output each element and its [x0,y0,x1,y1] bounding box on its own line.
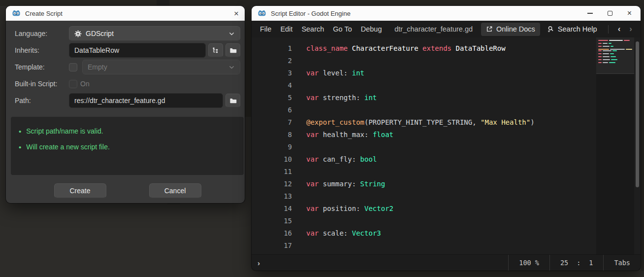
code-line[interactable]: 8var health_max: float [252,128,641,140]
dialog-body: Language: GDScript [6,21,245,198]
menu-file[interactable]: File [256,23,276,35]
language-dropdown[interactable]: GDScript [69,26,240,41]
code-line[interactable]: 3var level: int [252,67,641,79]
code-line[interactable]: 9 [252,140,641,153]
minimap-row [598,58,633,59]
search-help-button[interactable]: Search Help [542,23,602,36]
path-label: Path: [15,97,69,104]
language-row: Language: GDScript [15,26,240,41]
path-row: Path: [15,93,240,108]
line-number: 15 [252,217,292,225]
code-editor[interactable]: 1class_name CharacterFeature extends Dat… [252,37,641,254]
line-number: 3 [252,69,292,77]
menu-go-to[interactable]: Go To [328,23,356,35]
dialog-titlebar[interactable]: Create Script × [6,6,245,21]
template-dropdown[interactable]: Empty [82,60,240,74]
code-line[interactable]: 10var can_fly: bool [252,153,641,165]
zoom-indicator[interactable]: 100 % [508,255,549,271]
chevron-down-icon [228,31,235,37]
code-line[interactable]: 1class_name CharacterFeature extends Dat… [252,42,641,54]
create-button[interactable]: Create [54,183,106,198]
minimap-row [598,43,633,44]
minimap-row [598,52,633,53]
validation-panel: • Script path/name is valid. • Will crea… [11,117,244,175]
builtin-script-row: Built-in Script: On [15,76,240,91]
line-number: 1 [252,44,292,52]
inherits-label: Inherits: [15,46,69,54]
minimap-row [598,53,633,54]
line-number: 4 [252,81,292,89]
godot-icon [12,9,21,18]
vertical-scrollbar[interactable] [635,37,640,254]
code-line[interactable]: 5var strength: int [252,91,641,104]
minimap-row [598,64,633,65]
language-label: Language: [15,30,69,37]
code-line[interactable]: 16var scale: Vector3 [252,227,641,239]
toolbar-separator [608,25,609,34]
browse-class-button[interactable] [225,43,240,57]
line-number: 12 [252,180,292,188]
close-icon[interactable]: × [627,9,632,17]
code-text: var position: Vector2 [306,205,393,212]
maximize-icon[interactable] [608,11,612,16]
cancel-button[interactable]: Cancel [149,183,201,198]
scene-tree-icon [212,47,220,54]
code-line[interactable]: 15 [252,214,641,227]
minimap-row [598,44,633,45]
code-line[interactable]: 2 [252,54,641,67]
expand-panel-button[interactable]: › [252,259,266,267]
minimap-row [598,62,633,63]
builtin-script-checkbox[interactable] [69,80,77,88]
pick-class-button[interactable] [208,43,223,57]
browse-path-button[interactable] [225,94,240,107]
code-text: class_name CharacterFeature extends Data… [306,44,506,52]
close-icon[interactable]: × [234,9,239,18]
template-row: Template: Empty [15,60,240,74]
template-label: Template: [15,63,69,71]
history-forward-button[interactable]: › [626,24,636,34]
editor-titlebar[interactable]: Script Editor - Godot Engine × [252,6,641,21]
inherits-row: Inherits: [15,43,240,58]
path-input[interactable] [69,93,223,108]
folder-icon [229,47,237,54]
line-number: 5 [252,94,292,102]
editor-statusbar: › 100 % 25 : 1 Tabs [252,254,641,271]
language-value: GDScript [86,30,114,37]
history-back-button[interactable]: ‹ [614,24,624,34]
code-text: var level: int [306,69,364,77]
template-value: Empty [88,63,107,71]
background-patch [0,0,644,6]
minimap-row [598,41,633,42]
code-line[interactable]: 6 [252,104,641,116]
inherits-input[interactable] [69,43,206,58]
dialog-title: Create Script [25,10,63,17]
code-line[interactable]: 7@export_custom(PROPERTY_HINT_TYPE_STRIN… [252,116,641,128]
search-doc-icon [547,26,554,33]
code-line[interactable]: 14var position: Vector2 [252,202,641,214]
code-line[interactable]: 4 [252,79,641,91]
current-script-name: dtr_character_feature.gd [386,25,481,33]
line-column-indicator[interactable]: 25 : 1 [549,255,604,271]
menu-debug[interactable]: Debug [356,23,386,35]
online-docs-button[interactable]: Online Docs [481,23,540,36]
code-line[interactable]: 12var summary: String [252,177,641,190]
line-number: 14 [252,205,292,212]
background-patch [641,6,644,271]
code-line[interactable]: 17 [252,239,641,251]
code-line[interactable]: 13 [252,190,641,202]
code-lines: 1class_name CharacterFeature extends Dat… [252,37,641,254]
code-text: var scale: Vector3 [306,229,381,237]
minimap-row [598,56,633,57]
code-line[interactable]: 11 [252,165,641,177]
template-checkbox[interactable] [69,63,77,71]
menu-edit[interactable]: Edit [276,23,297,35]
indent-type-indicator[interactable]: Tabs [603,255,641,271]
code-text: var strength: int [306,94,377,102]
external-link-icon [486,26,493,33]
minimize-icon[interactable] [587,13,593,14]
scrollbar-thumb[interactable] [636,41,639,187]
menu-search[interactable]: Search [297,23,328,35]
minimap[interactable] [596,37,634,254]
line-number: 2 [252,57,292,65]
builtin-script-value: On [80,80,90,88]
